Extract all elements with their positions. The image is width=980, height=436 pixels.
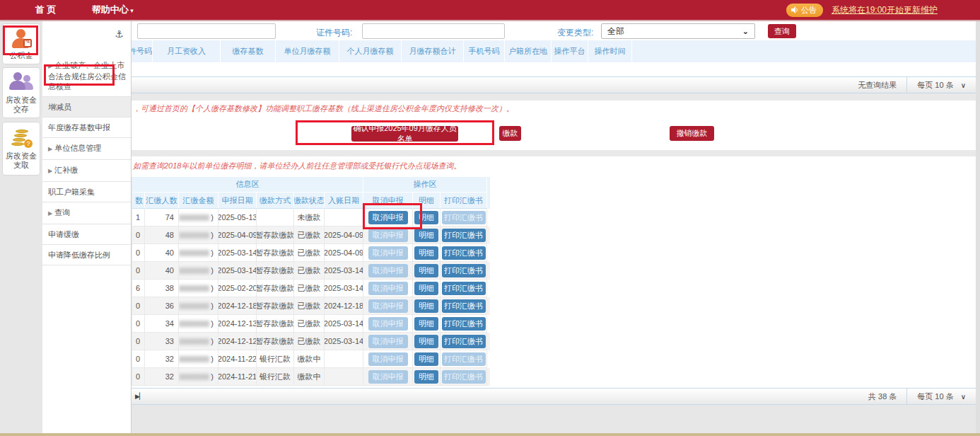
menu-item-label: 申请降低缴存比例	[48, 251, 110, 259]
column-header: 单位月缴存额	[276, 40, 339, 62]
cell-pay-method: 暂存款缴款	[257, 297, 294, 315]
cell-declare-date: 2024-11-21	[218, 368, 257, 386]
page-size-select[interactable]: 每页 10 条∨	[906, 77, 976, 93]
column-header: 明细	[413, 193, 441, 209]
print-remittance-button[interactable]: 打印汇缴书	[442, 264, 486, 277]
main-content: 证件号码: 变更类型: 全部⌄ 查询 件号码月工资收入缴存基数单位月缴存额个人月…	[132, 21, 976, 405]
print-remittance-button[interactable]: 打印汇缴书	[442, 299, 486, 313]
print-remittance-button[interactable]: 打印汇缴书	[442, 335, 486, 348]
cert-number-input[interactable]	[362, 23, 505, 39]
rail-item-fanggai-zhiqu[interactable]: ? 房改资金支取	[2, 122, 40, 176]
menu-item-label: 申请缓缴	[48, 230, 79, 239]
cell-declare-date: 2024-12-12	[218, 333, 257, 350]
nav-help-center[interactable]: 帮助中心 ▾	[92, 4, 134, 16]
menu-item-5[interactable]: 职工户籍采集	[42, 182, 131, 202]
search-button[interactable]: 查询	[768, 24, 796, 38]
rail-item-label: 房改资金支取	[3, 151, 40, 173]
cell-people-count: 74	[145, 209, 179, 226]
cell-cancel-declare-button: 取消申报	[363, 333, 413, 350]
print-remittance-button[interactable]: 打印汇缴书	[442, 229, 486, 242]
menu-item-4[interactable]: ▶汇补缴	[42, 160, 131, 182]
cell-detail-button: 明细	[413, 226, 441, 244]
cell-amount: )	[179, 244, 218, 262]
rail-item-fanggai-jiaocun[interactable]: 房改资金交存	[2, 67, 40, 118]
cell-num: 0	[132, 262, 145, 280]
menu-item-1[interactable]: 增减员	[42, 97, 131, 117]
detail-button[interactable]: 明细	[414, 229, 438, 242]
cancel-declare-button: 取消申报	[368, 352, 408, 366]
function-menu-panel: ⚓ ▶企业破产、企业上市合法合规住房公积金信息核查增减员年度缴存基数申报▶单位信…	[42, 21, 132, 436]
cell-entry-date: 2025-04-09	[325, 244, 363, 262]
history-query-notice: 如需查询2018年以前单位缴存明细，请单位经办人前往任意管理部或受托银行代办点现…	[133, 161, 461, 171]
print-remittance-button: 打印汇缴书	[442, 211, 486, 224]
cell-pay-status: 已缴款	[294, 244, 325, 262]
detail-button[interactable]: 明细	[414, 352, 438, 366]
announcement-link[interactable]: 系统将在19:00开始更新维护	[832, 4, 938, 16]
page-bottom-border	[0, 433, 980, 436]
menu-item-0[interactable]: ▶企业破产、企业上市合法合规住房公积金信息核查	[42, 55, 131, 97]
detail-button[interactable]: 明细	[414, 299, 438, 313]
detail-button[interactable]: 明细	[414, 335, 438, 348]
cell-print-remittance-button: 打印汇缴书	[441, 368, 487, 386]
cell-people-count: 32	[145, 368, 179, 386]
module-rail: 公积金 房改资金交存 ? 房改资金支取	[0, 21, 42, 436]
cell-pay-status: 已缴款	[294, 262, 325, 280]
masked-amount	[179, 338, 209, 345]
cell-pay-method: 暂存款缴款	[257, 262, 294, 280]
no-result-text: 无查询结果	[858, 80, 897, 91]
detail-button[interactable]: 明细	[414, 211, 438, 224]
skip-to-end-icon[interactable]: ▶▏	[135, 393, 144, 400]
cell-num: 0	[132, 368, 145, 386]
cell-declare-date: 2025-03-14	[218, 262, 257, 280]
detail-button[interactable]: 明细	[414, 370, 438, 384]
anchor-icon[interactable]: ⚓	[115, 28, 124, 40]
column-header: 缴存基数	[221, 40, 276, 62]
menu-item-label: 查询	[54, 208, 70, 217]
masked-amount	[179, 374, 209, 380]
pay-button[interactable]: 缴款	[499, 126, 521, 141]
table-row: 638)2025-02-20暂存款缴款已缴款2025-03-14取消申报明细打印…	[132, 280, 490, 297]
menu-item-2[interactable]: 年度缴存基数申报	[42, 117, 131, 138]
menu-item-6[interactable]: ▶查询	[42, 202, 131, 224]
cell-people-count: 33	[145, 333, 179, 350]
cell-print-remittance-button: 打印汇缴书	[441, 333, 487, 350]
cell-num: 0	[132, 350, 145, 368]
nav-home[interactable]: 首 页	[35, 4, 57, 16]
print-remittance-button[interactable]: 打印汇缴书	[442, 317, 486, 331]
expand-arrow-icon: ▶	[48, 210, 52, 217]
column-header: 户籍所在地	[505, 40, 552, 62]
cancel-declare-button[interactable]: 取消申报	[368, 211, 408, 224]
detail-button[interactable]: 明细	[414, 282, 438, 295]
menu-item-label: 企业破产、企业上市合法合规住房公积金信息核查	[48, 61, 126, 91]
name-filter-input[interactable]	[137, 23, 276, 39]
menu-list: ▶企业破产、企业上市合法合规住房公积金信息核查增减员年度缴存基数申报▶单位信息管…	[42, 55, 131, 265]
print-remittance-button[interactable]: 打印汇缴书	[442, 282, 486, 295]
cell-amount: )	[179, 315, 218, 333]
detail-button[interactable]: 明细	[414, 246, 438, 260]
detail-button[interactable]: 明细	[414, 264, 438, 277]
menu-item-8[interactable]: 申请降低缴存比例	[42, 245, 131, 265]
cell-amount: )	[179, 209, 218, 226]
rail-item-gongjijin[interactable]: 公积金	[2, 23, 40, 64]
total-count-text: 共 38 条	[868, 391, 897, 402]
menu-item-7[interactable]: 申请缓缴	[42, 224, 131, 245]
menu-item-3[interactable]: ▶单位信息管理	[42, 138, 131, 160]
cell-cancel-declare-button: 取消申报	[363, 315, 413, 333]
cell-pay-method: 暂存款缴款	[257, 226, 294, 244]
cell-pay-status: 已缴款	[294, 315, 325, 333]
cell-amount: )	[179, 368, 218, 386]
chevron-down-icon: ∨	[961, 393, 966, 401]
cell-detail-button: 明细	[413, 244, 441, 262]
cell-people-count: 36	[145, 297, 179, 315]
change-type-select[interactable]: 全部⌄	[601, 23, 755, 39]
detail-button[interactable]: 明细	[414, 317, 438, 331]
cell-entry-date: 2024-12-18	[325, 297, 363, 315]
rail-item-label: 公积金	[10, 51, 33, 64]
page-size-select[interactable]: 每页 10 条∨	[906, 389, 976, 404]
revoke-pay-button[interactable]: 撤销缴款	[670, 126, 714, 141]
cell-cancel-declare-button: 取消申报	[363, 297, 413, 315]
confirm-declare-button[interactable]: 确认申报2025年09月缴存人员名单	[351, 126, 458, 142]
print-remittance-button[interactable]: 打印汇缴书	[442, 246, 486, 260]
cell-num: 0	[132, 315, 145, 333]
cell-people-count: 32	[145, 350, 179, 368]
